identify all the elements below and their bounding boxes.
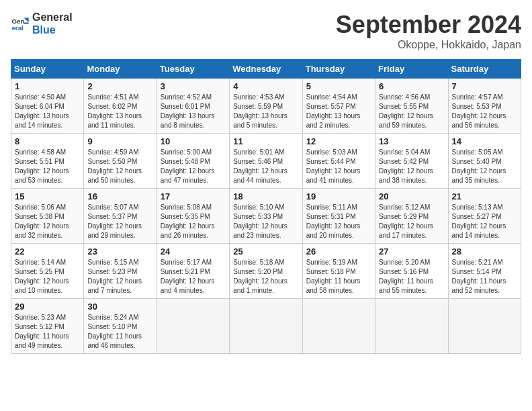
day-info: Sunrise: 5:00 AM Sunset: 5:48 PM Dayligh… — [161, 148, 226, 185]
table-row: 28Sunrise: 5:21 AM Sunset: 5:14 PM Dayli… — [448, 244, 521, 299]
col-wednesday: Wednesday — [230, 60, 302, 79]
day-info: Sunrise: 5:19 AM Sunset: 5:18 PM Dayligh… — [306, 258, 371, 295]
day-number: 7 — [452, 81, 517, 91]
table-row: 11Sunrise: 5:01 AM Sunset: 5:46 PM Dayli… — [230, 134, 302, 189]
table-row: 24Sunrise: 5:17 AM Sunset: 5:21 PM Dayli… — [157, 244, 229, 299]
day-info: Sunrise: 5:24 AM Sunset: 5:10 PM Dayligh… — [87, 313, 152, 351]
table-row: 3Sunrise: 4:52 AM Sunset: 6:01 PM Daylig… — [157, 79, 229, 134]
day-info: Sunrise: 5:21 AM Sunset: 5:14 PM Dayligh… — [452, 258, 517, 295]
day-info: Sunrise: 5:05 AM Sunset: 5:40 PM Dayligh… — [452, 148, 517, 185]
table-row: 19Sunrise: 5:11 AM Sunset: 5:31 PM Dayli… — [302, 189, 375, 244]
day-number: 13 — [379, 136, 444, 146]
table-row: 15Sunrise: 5:06 AM Sunset: 5:38 PM Dayli… — [11, 189, 84, 244]
day-number: 29 — [15, 302, 80, 312]
table-row: 30Sunrise: 5:24 AM Sunset: 5:10 PM Dayli… — [84, 299, 157, 354]
location-title: Okoppe, Hokkaido, Japan — [336, 39, 521, 51]
day-info: Sunrise: 4:51 AM Sunset: 6:02 PM Dayligh… — [87, 93, 152, 130]
table-row — [302, 299, 375, 354]
day-info: Sunrise: 5:01 AM Sunset: 5:46 PM Dayligh… — [233, 148, 298, 185]
calendar-week-1: 1Sunrise: 4:50 AM Sunset: 6:04 PM Daylig… — [11, 79, 521, 134]
table-row: 12Sunrise: 5:03 AM Sunset: 5:44 PM Dayli… — [302, 134, 375, 189]
day-info: Sunrise: 5:18 AM Sunset: 5:20 PM Dayligh… — [233, 258, 298, 295]
table-row: 9Sunrise: 4:59 AM Sunset: 5:50 PM Daylig… — [84, 134, 157, 189]
table-row: 16Sunrise: 5:07 AM Sunset: 5:37 PM Dayli… — [84, 189, 157, 244]
svg-marker-2 — [24, 18, 29, 23]
day-number: 9 — [87, 136, 152, 146]
day-info: Sunrise: 5:10 AM Sunset: 5:33 PM Dayligh… — [233, 203, 298, 240]
table-row: 23Sunrise: 5:15 AM Sunset: 5:23 PM Dayli… — [84, 244, 157, 299]
day-info: Sunrise: 5:11 AM Sunset: 5:31 PM Dayligh… — [306, 203, 371, 240]
page-header: Gen eral General Blue September 2024 Oko… — [11, 11, 521, 51]
calendar-week-5: 29Sunrise: 5:23 AM Sunset: 5:12 PM Dayli… — [11, 299, 521, 354]
day-info: Sunrise: 5:13 AM Sunset: 5:27 PM Dayligh… — [452, 203, 517, 240]
day-number: 1 — [15, 81, 80, 91]
day-number: 6 — [379, 81, 444, 91]
day-info: Sunrise: 4:50 AM Sunset: 6:04 PM Dayligh… — [15, 93, 80, 130]
day-number: 24 — [161, 246, 226, 257]
col-sunday: Sunday — [11, 60, 84, 79]
table-row: 6Sunrise: 4:56 AM Sunset: 5:55 PM Daylig… — [375, 79, 448, 134]
month-title: September 2024 — [336, 11, 521, 39]
calendar-week-4: 22Sunrise: 5:14 AM Sunset: 5:25 PM Dayli… — [11, 244, 521, 299]
table-row: 20Sunrise: 5:12 AM Sunset: 5:29 PM Dayli… — [375, 189, 448, 244]
col-tuesday: Tuesday — [157, 60, 229, 79]
day-info: Sunrise: 5:06 AM Sunset: 5:38 PM Dayligh… — [15, 203, 80, 240]
day-number: 19 — [306, 191, 371, 201]
table-row: 18Sunrise: 5:10 AM Sunset: 5:33 PM Dayli… — [230, 189, 302, 244]
table-row: 13Sunrise: 5:04 AM Sunset: 5:42 PM Dayli… — [375, 134, 448, 189]
day-number: 8 — [15, 136, 80, 146]
day-number: 15 — [15, 191, 80, 201]
col-saturday: Saturday — [448, 60, 521, 79]
day-info: Sunrise: 4:58 AM Sunset: 5:51 PM Dayligh… — [15, 148, 80, 185]
table-row: 29Sunrise: 5:23 AM Sunset: 5:12 PM Dayli… — [11, 299, 84, 354]
day-number: 28 — [452, 246, 517, 257]
day-info: Sunrise: 4:54 AM Sunset: 5:57 PM Dayligh… — [306, 93, 371, 130]
table-row — [448, 299, 521, 354]
table-row: 4Sunrise: 4:53 AM Sunset: 5:59 PM Daylig… — [230, 79, 302, 134]
day-number: 4 — [233, 81, 298, 91]
table-row — [157, 299, 229, 354]
col-friday: Friday — [375, 60, 448, 79]
calendar-week-2: 8Sunrise: 4:58 AM Sunset: 5:51 PM Daylig… — [11, 134, 521, 189]
day-number: 3 — [161, 81, 226, 91]
day-number: 25 — [233, 246, 298, 257]
day-number: 30 — [87, 302, 152, 312]
table-row: 21Sunrise: 5:13 AM Sunset: 5:27 PM Dayli… — [448, 189, 521, 244]
table-row — [230, 299, 302, 354]
logo-line2: Blue — [32, 24, 73, 36]
table-row: 26Sunrise: 5:19 AM Sunset: 5:18 PM Dayli… — [302, 244, 375, 299]
table-row: 27Sunrise: 5:20 AM Sunset: 5:16 PM Dayli… — [375, 244, 448, 299]
table-row: 14Sunrise: 5:05 AM Sunset: 5:40 PM Dayli… — [448, 134, 521, 189]
day-info: Sunrise: 4:53 AM Sunset: 5:59 PM Dayligh… — [233, 93, 298, 130]
day-number: 21 — [452, 191, 517, 201]
day-number: 17 — [161, 191, 226, 201]
col-thursday: Thursday — [302, 60, 375, 79]
day-number: 12 — [306, 136, 371, 146]
day-info: Sunrise: 4:59 AM Sunset: 5:50 PM Dayligh… — [87, 148, 152, 185]
day-info: Sunrise: 5:07 AM Sunset: 5:37 PM Dayligh… — [87, 203, 152, 240]
day-number: 16 — [87, 191, 152, 201]
day-info: Sunrise: 5:03 AM Sunset: 5:44 PM Dayligh… — [306, 148, 371, 185]
table-row: 1Sunrise: 4:50 AM Sunset: 6:04 PM Daylig… — [11, 79, 84, 134]
day-info: Sunrise: 4:52 AM Sunset: 6:01 PM Dayligh… — [161, 93, 226, 130]
day-number: 22 — [15, 246, 80, 257]
column-headers: Sunday Monday Tuesday Wednesday Thursday… — [11, 60, 521, 79]
day-info: Sunrise: 5:23 AM Sunset: 5:12 PM Dayligh… — [15, 313, 80, 351]
calendar-table: Sunday Monday Tuesday Wednesday Thursday… — [11, 59, 521, 354]
table-row: 7Sunrise: 4:57 AM Sunset: 5:53 PM Daylig… — [448, 79, 521, 134]
title-section: September 2024 Okoppe, Hokkaido, Japan — [336, 11, 521, 51]
day-info: Sunrise: 5:04 AM Sunset: 5:42 PM Dayligh… — [379, 148, 444, 185]
logo-line1: General — [32, 11, 73, 24]
day-info: Sunrise: 5:08 AM Sunset: 5:35 PM Dayligh… — [161, 203, 226, 240]
logo-icon: Gen eral — [11, 14, 30, 33]
table-row: 25Sunrise: 5:18 AM Sunset: 5:20 PM Dayli… — [230, 244, 302, 299]
day-info: Sunrise: 4:56 AM Sunset: 5:55 PM Dayligh… — [379, 93, 444, 130]
day-info: Sunrise: 5:17 AM Sunset: 5:21 PM Dayligh… — [161, 258, 226, 295]
day-number: 20 — [379, 191, 444, 201]
table-row: 10Sunrise: 5:00 AM Sunset: 5:48 PM Dayli… — [157, 134, 229, 189]
day-number: 23 — [87, 246, 152, 257]
calendar-week-3: 15Sunrise: 5:06 AM Sunset: 5:38 PM Dayli… — [11, 189, 521, 244]
day-number: 5 — [306, 81, 371, 91]
svg-rect-3 — [24, 23, 29, 24]
day-info: Sunrise: 5:12 AM Sunset: 5:29 PM Dayligh… — [379, 203, 444, 240]
